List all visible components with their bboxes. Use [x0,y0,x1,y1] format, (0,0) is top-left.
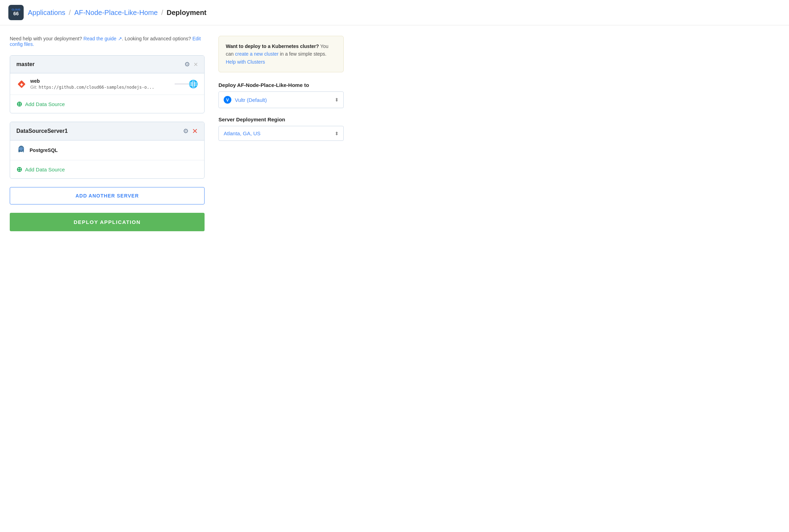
k8s-info-title: Want to deploy to a Kubernetes cluster? [226,43,319,49]
k8s-info-text3: in a few simple steps. [280,51,327,57]
right-panel: Want to deploy to a Kubernetes cluster? … [218,36,344,231]
pg-service-name: PostgreSQL [30,147,198,153]
git-url: https://github.com/cloud66-samples/nodej… [39,85,154,90]
server-card-header-master: master ⚙ ✕ [10,56,204,73]
server-actions-master: ⚙ ✕ [184,61,198,68]
add-data-source-ds1[interactable]: ⊕ Add Data Source [10,160,204,178]
breadcrumb-sep2: / [161,9,163,17]
git-label: Git: [30,84,37,90]
service-info-pg: PostgreSQL [30,147,198,153]
server-card-master: master ⚙ ✕ ◆ web Git: [10,55,205,113]
deploy-to-label: Deploy AF-Node-Place-Like-Home to [218,82,344,88]
add-another-server-button[interactable]: ADD ANOTHER SERVER [10,187,205,204]
svg-text:V: V [226,98,229,103]
cloud-provider-select[interactable]: V Vultr (Default) [218,91,344,108]
server-name-ds1: DataSourceServer1 [16,128,68,134]
region-select-wrapper: Atlanta, GA, US ⬍ [218,126,344,141]
web-service-name: web [30,78,171,84]
breadcrumb-sep1: / [69,9,71,17]
web-service-git: Git: https://github.com/cloud66-samples/… [30,84,171,90]
gear-icon-ds1[interactable]: ⚙ [183,127,189,135]
connector-line [175,84,189,84]
server-card-datasource1: DataSourceServer1 ⚙ ✕ [10,122,205,179]
add-icon-master: ⊕ [16,100,22,108]
region-label: Server Deployment Region [218,116,344,122]
server-name-master: master [16,61,34,67]
svg-text:◆: ◆ [20,82,23,86]
vultr-icon: V [224,96,231,104]
k8s-info-box: Want to deploy to a Kubernetes cluster? … [218,36,344,72]
breadcrumb: Applications / AF-Node-Place-Like-Home /… [28,9,207,17]
help-text-before: Need help with your deployment? [10,36,82,41]
cloud-provider-name: Vultr (Default) [235,97,267,103]
service-row-web: ◆ web Git: https://github.com/cloud66-sa… [10,73,204,95]
close-icon-master[interactable]: ✕ [193,61,198,68]
read-guide-link[interactable]: Read the guide ↗ [83,36,122,41]
applications-link[interactable]: Applications [28,9,65,17]
create-cluster-link[interactable]: create a new cluster [235,51,278,57]
add-data-source-label-master: Add Data Source [25,101,65,107]
region-select[interactable]: Atlanta, GA, US [218,126,344,141]
help-text: Need help with your deployment? Read the… [10,36,205,47]
server-actions-ds1: ⚙ ✕ [183,127,198,135]
svg-text:CLOUD: CLOUD [12,8,21,11]
globe-connector: 🌐 [175,80,198,89]
server-card-header-ds1: DataSourceServer1 ⚙ ✕ [10,122,204,140]
main-content: Need help with your deployment? Read the… [0,25,789,242]
service-row-postgresql: PostgreSQL [10,140,204,160]
svg-text:66: 66 [13,11,19,16]
service-info-web: web Git: https://github.com/cloud66-samp… [30,78,171,90]
git-icon: ◆ [16,79,27,89]
cloud66-logo: CLOUD 66 [8,5,24,20]
add-data-source-master[interactable]: ⊕ Add Data Source [10,95,204,113]
globe-icon: 🌐 [189,80,198,89]
current-page: Deployment [167,9,206,17]
help-clusters-link[interactable]: Help with Clusters [226,59,265,65]
region-value: Atlanta, GA, US [224,130,261,136]
add-icon-ds1: ⊕ [16,165,22,174]
cloud-provider-select-wrapper: V Vultr (Default) ⬍ [218,91,344,108]
deploy-application-button[interactable]: DEPLOY APPLICATION [10,213,205,231]
postgresql-icon [16,145,26,155]
add-data-source-label-ds1: Add Data Source [25,167,65,172]
top-bar: CLOUD 66 Applications / AF-Node-Place-Li… [0,0,789,25]
close-icon-ds1[interactable]: ✕ [192,127,198,135]
left-panel: Need help with your deployment? Read the… [10,36,205,231]
gear-icon-master[interactable]: ⚙ [184,61,190,68]
app-name-link[interactable]: AF-Node-Place-Like-Home [74,9,158,17]
